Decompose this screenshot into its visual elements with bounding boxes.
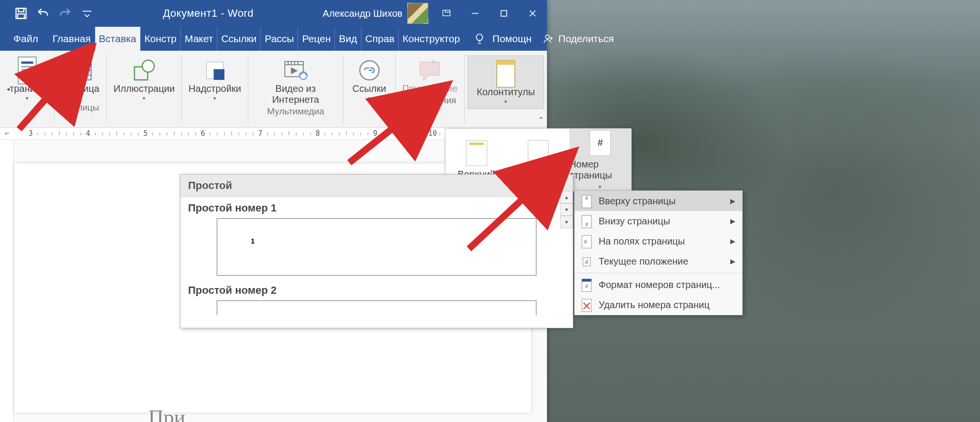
assistant-label[interactable]: Помощн — [492, 33, 532, 44]
gallery-scrollbar[interactable]: ▴ ▾ ▾ — [560, 191, 573, 228]
tell-me-button[interactable] — [467, 27, 492, 51]
vertical-ruler[interactable] — [0, 140, 14, 422]
header-footer-button[interactable]: Колонтитулы▾ — [468, 56, 544, 109]
page-number-gallery: Простой Простой номер 1 1 Простой номер … — [180, 174, 573, 328]
save-icon[interactable] — [14, 7, 28, 20]
group-label-comments: Примечания — [404, 95, 457, 107]
menu-remove-page-numbers[interactable]: Удалить номера страниц — [575, 295, 742, 315]
svg-rect-11 — [70, 61, 91, 66]
ribbon-group-tables: Таблица▾ Таблицы — [55, 51, 106, 127]
svg-text:4: 4 — [86, 129, 90, 138]
menu-top-of-page[interactable]: # Вверху страницы▶ — [575, 191, 742, 211]
tab-home[interactable]: Главная — [49, 27, 95, 51]
tab-help[interactable]: Справ — [361, 27, 399, 51]
svg-rect-3 — [443, 10, 450, 16]
tab-file[interactable]: Файл — [0, 27, 49, 51]
gallery-item-label-2: Простой номер 2 — [188, 284, 565, 297]
header-footer-icon — [494, 62, 518, 86]
scroll-up-icon[interactable]: ▴ — [560, 191, 573, 203]
svg-point-13 — [142, 60, 154, 72]
svg-text:6: 6 — [201, 129, 205, 138]
table-button[interactable]: Таблица▾ — [57, 56, 103, 102]
svg-rect-21 — [497, 60, 515, 65]
ribbon-group-illustrations: Иллюстрации▾ — [107, 51, 181, 127]
video-icon — [284, 58, 308, 82]
ribbon-display-options-icon[interactable] — [432, 0, 461, 27]
svg-text:10: 10 — [428, 129, 437, 138]
ribbon-group-addins: Надстройки▾ — [182, 51, 248, 127]
tab-layout[interactable]: Макет — [181, 27, 217, 51]
share-button[interactable]: Поделиться — [543, 33, 614, 44]
tab-review[interactable]: Рецен — [298, 27, 335, 51]
document-text-peek: При — [148, 405, 185, 422]
tab-view[interactable]: Вид — [335, 27, 361, 51]
flyout-page-number-button[interactable]: # Номер страницы▾ — [569, 129, 631, 191]
undo-icon[interactable] — [36, 7, 50, 20]
ribbon-tabs: Файл Главная Вставка Констр Макет Ссылки… — [0, 27, 547, 51]
menu-format-page-numbers[interactable]: # Формат номеров страниц... — [575, 275, 742, 295]
maximize-button[interactable] — [490, 0, 518, 27]
menu-current-position[interactable]: # Текущее положение▶ — [575, 251, 742, 271]
quick-access-toolbar — [0, 7, 94, 20]
svg-text:#: # — [584, 239, 587, 244]
svg-rect-7 — [21, 61, 33, 64]
online-video-button[interactable]: Видео из Интернета — [251, 56, 340, 106]
user-name[interactable]: Александр Шихов — [323, 8, 402, 19]
group-label-tables: Таблицы — [62, 102, 100, 114]
tab-design[interactable]: Констр — [141, 27, 181, 51]
remove-icon — [581, 299, 592, 311]
customize-qa-icon[interactable] — [80, 7, 94, 20]
svg-rect-1 — [18, 9, 24, 12]
ribbon-group-links: Ссылки▾ — [344, 51, 395, 127]
links-button[interactable]: Ссылки▾ — [346, 56, 392, 102]
menu-bottom-of-page[interactable]: # Внизу страницы▶ — [575, 211, 742, 231]
ribbon-group-pages: ◂траницы▾ — [0, 51, 54, 127]
preview-page-number: 1 — [251, 237, 255, 245]
pages-button[interactable]: ◂траницы▾ — [3, 56, 51, 102]
tab-references[interactable]: Ссылки — [217, 27, 261, 51]
page-number-icon: # — [590, 130, 611, 156]
ribbon-group-comments: Примечание Примечания — [396, 51, 465, 127]
redo-icon — [58, 7, 72, 20]
ribbon: ◂траницы▾ Таблица▾ Таблицы Иллюстрации▾ — [0, 51, 547, 128]
link-icon — [357, 58, 381, 82]
svg-text:#: # — [585, 283, 589, 289]
comment-button[interactable]: Примечание — [399, 56, 462, 95]
svg-rect-2 — [18, 14, 24, 18]
svg-text:9: 9 — [373, 129, 378, 138]
tab-mailings[interactable]: Рассы — [261, 27, 298, 51]
table-icon — [68, 58, 92, 82]
collapse-ribbon-icon[interactable]: ⌃ — [538, 115, 544, 124]
svg-text:8: 8 — [316, 129, 320, 138]
scroll-down-icon[interactable]: ▾ — [560, 203, 573, 216]
svg-point-5 — [546, 35, 549, 39]
title-bar: Документ1 - Word Александр Шихов — [0, 0, 547, 27]
format-icon: # — [581, 278, 592, 291]
header-icon — [466, 140, 487, 166]
menu-page-margins[interactable]: # На полях страницы▶ — [575, 231, 742, 251]
svg-rect-15 — [213, 69, 224, 80]
addins-icon — [203, 58, 227, 82]
svg-text:5: 5 — [144, 129, 148, 138]
minimize-button[interactable] — [461, 0, 490, 27]
tab-insert[interactable]: Вставка — [95, 27, 141, 51]
illustrations-button[interactable]: Иллюстрации▾ — [110, 56, 178, 102]
gallery-item-1[interactable]: 1 — [217, 218, 536, 276]
avatar[interactable] — [407, 3, 428, 24]
svg-rect-103 — [582, 279, 591, 281]
page-icon — [15, 58, 39, 82]
close-button[interactable] — [518, 0, 547, 27]
addins-button[interactable]: Надстройки▾ — [185, 56, 245, 102]
footer-icon — [528, 140, 549, 166]
scroll-more-icon[interactable]: ▾ — [560, 216, 573, 228]
ribbon-group-headerfooter: Колонтитулы▾ — [465, 51, 547, 127]
svg-text:7: 7 — [258, 129, 263, 138]
ribbon-group-media: Видео из Интернета Мультимедиа — [248, 51, 343, 127]
svg-text:#: # — [585, 259, 589, 266]
gallery-item-2[interactable] — [217, 300, 536, 315]
shapes-icon — [132, 58, 156, 82]
document-title: Документ1 - Word — [94, 7, 323, 20]
tab-constructor[interactable]: Конструктор — [399, 27, 464, 51]
current-position-icon: # — [581, 255, 592, 267]
page-margin-icon: # — [581, 235, 592, 247]
